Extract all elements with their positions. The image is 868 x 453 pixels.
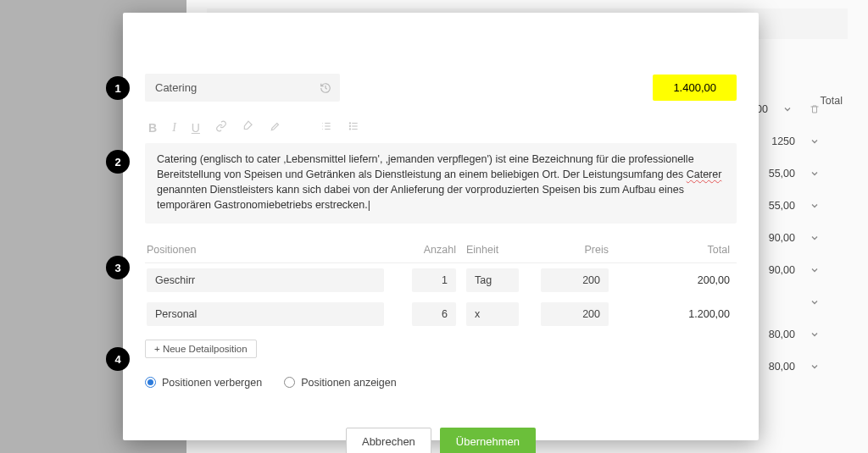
radio-hide-positions[interactable]: Positionen verbergen xyxy=(145,377,262,389)
position-qty-input[interactable]: 6 xyxy=(412,302,456,326)
chevron-down-icon[interactable] xyxy=(807,327,822,342)
svg-point-8 xyxy=(349,129,350,130)
submit-button[interactable]: Übernehmen xyxy=(440,428,536,454)
bold-icon[interactable]: B xyxy=(148,121,157,135)
col-header-price: Preis xyxy=(524,244,609,256)
col-header-name: Positionen xyxy=(147,244,401,256)
position-name-input[interactable]: Geschirr xyxy=(147,268,384,292)
radio-icon xyxy=(145,377,156,388)
col-header-unit: Einheit xyxy=(456,244,524,256)
unordered-list-icon[interactable] xyxy=(348,120,359,135)
position-unit-input[interactable]: Tag xyxy=(466,268,519,292)
svg-point-6 xyxy=(349,123,350,124)
underline-icon[interactable]: U xyxy=(192,121,200,135)
chevron-down-icon[interactable] xyxy=(780,102,795,117)
position-price-input[interactable]: 200 xyxy=(541,302,609,326)
chevron-down-icon[interactable] xyxy=(807,359,822,374)
background-total-header: Total xyxy=(821,95,843,107)
callout-badge-1: 1 xyxy=(106,76,130,100)
position-unit-input[interactable]: x xyxy=(466,302,519,326)
title-input[interactable]: Catering xyxy=(145,74,340,102)
radio-icon xyxy=(284,377,295,388)
ordered-list-icon[interactable] xyxy=(320,120,332,135)
position-name-input[interactable]: Personal xyxy=(147,302,384,326)
position-row: Personal 6 x 200 1.200,00 xyxy=(145,297,737,331)
position-row: Geschirr 1 Tag 200 200,00 xyxy=(145,263,737,297)
position-price-input[interactable]: 200 xyxy=(541,268,609,292)
description-spell-error: Caterer xyxy=(687,168,722,180)
position-total-highlight: 1.400,00 xyxy=(653,75,737,101)
chevron-down-icon[interactable] xyxy=(807,262,822,278)
paint-icon[interactable] xyxy=(242,120,254,135)
chevron-down-icon[interactable] xyxy=(807,166,822,181)
chevron-down-icon[interactable] xyxy=(807,134,822,149)
positions-table-header: Positionen Anzahl Einheit Preis Total xyxy=(145,237,737,263)
title-value: Catering xyxy=(155,81,197,94)
description-text-pre: Catering (englisch to cater ‚Lebensmitte… xyxy=(157,153,694,180)
position-qty-input[interactable]: 1 xyxy=(412,268,456,292)
highlight-icon[interactable] xyxy=(270,120,281,135)
chevron-down-icon[interactable] xyxy=(807,295,822,310)
text-cursor: | xyxy=(368,199,370,211)
dialog-footer: Abbrechen Übernehmen xyxy=(145,428,737,454)
description-text-post: genannten Dienstleisters kann sich dabei… xyxy=(157,184,684,211)
add-position-button[interactable]: + Neue Detailposition xyxy=(145,340,257,358)
chevron-down-icon[interactable] xyxy=(807,230,822,246)
italic-icon[interactable]: I xyxy=(172,121,176,135)
link-icon[interactable] xyxy=(215,120,227,135)
radio-show-positions[interactable]: Positionen anzeigen xyxy=(284,377,397,389)
col-header-total: Total xyxy=(609,244,735,256)
radio-label: Positionen anzeigen xyxy=(301,377,397,389)
svg-point-7 xyxy=(349,125,350,126)
chevron-down-icon[interactable] xyxy=(807,198,822,213)
edit-position-dialog: Catering 1.400,00 B I U Catering (englis… xyxy=(123,13,759,440)
callout-badge-2: 2 xyxy=(106,150,130,174)
visibility-radio-group: Positionen verbergen Positionen anzeigen xyxy=(145,377,737,389)
col-header-qty: Anzahl xyxy=(401,244,456,256)
callout-badge-3: 3 xyxy=(106,256,130,279)
radio-label: Positionen verbergen xyxy=(162,377,262,389)
description-textarea[interactable]: Catering (englisch to cater ‚Lebensmitte… xyxy=(145,143,737,224)
rich-text-toolbar: B I U xyxy=(145,117,737,143)
callout-badge-4: 4 xyxy=(106,347,130,371)
cancel-button[interactable]: Abbrechen xyxy=(346,428,431,454)
history-icon[interactable] xyxy=(320,82,331,94)
position-total-cell: 1.200,00 xyxy=(609,308,735,320)
position-total-cell: 200,00 xyxy=(609,274,735,286)
